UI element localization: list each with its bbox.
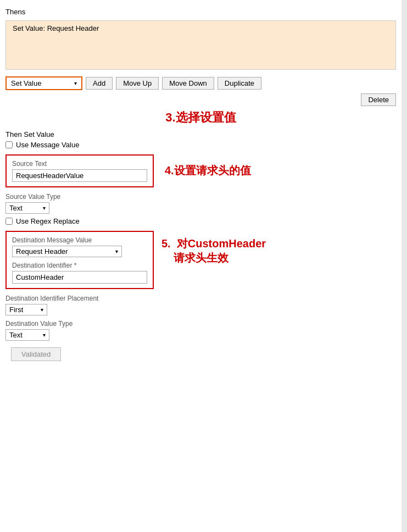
dest-placement-section: Destination Identifier Placement First ▾	[5, 295, 396, 315]
validated-button: Validated	[11, 347, 61, 361]
annotation-3: 3.选择设置值	[165, 109, 236, 126]
dest-msg-label: Destination Message Value	[12, 236, 147, 244]
dest-value-type-section: Destination Value Type Text ▾	[5, 320, 396, 341]
source-vt-arrow-icon: ▾	[43, 205, 46, 211]
dest-value-type-label: Destination Value Type	[5, 320, 396, 328]
toolbar-row: Set Value ▾ Add Move Up Move Down Duplic…	[0, 74, 402, 92]
duplicate-button[interactable]: Duplicate	[218, 77, 261, 90]
action-type-label: Set Value	[11, 79, 41, 87]
use-regex-label: Use Regex Replace	[16, 217, 80, 225]
dest-value-type-dropdown[interactable]: Text ▾	[5, 329, 49, 341]
source-value-type-label: Source Value Type	[5, 193, 396, 201]
annotation-5: 5. 对CustomHeader 请求头生效	[161, 236, 266, 265]
move-up-button[interactable]: Move Up	[116, 77, 159, 90]
source-value-type-value: Text	[9, 204, 23, 212]
use-message-value-checkbox[interactable]	[5, 141, 13, 148]
dest-placement-arrow-icon: ▾	[41, 307, 43, 313]
dest-msg-dropdown[interactable]: Request Header ▾	[12, 246, 122, 257]
thens-title: Thens	[0, 5, 402, 18]
source-text-input[interactable]	[12, 169, 147, 182]
dest-identifier-input[interactable]	[12, 271, 147, 284]
delete-button[interactable]: Delete	[361, 93, 396, 106]
dest-value-type-value: Text	[9, 331, 23, 339]
thens-box: Set Value: Request Header	[5, 20, 396, 70]
source-text-label: Source Text	[12, 160, 147, 168]
source-value-type-section: Source Value Type Text ▾	[5, 193, 396, 214]
dest-vt-arrow-icon: ▾	[43, 332, 46, 338]
destination-group: Destination Message Value Request Header…	[5, 231, 154, 289]
dest-msg-value: Request Header	[16, 247, 68, 256]
dest-placement-value: First	[9, 306, 23, 314]
dest-id-label: Destination Identifier *	[12, 262, 147, 269]
use-message-value-label: Use Message Value	[16, 141, 79, 149]
move-down-button[interactable]: Move Down	[162, 77, 214, 90]
source-value-type-dropdown[interactable]: Text ▾	[5, 202, 49, 214]
use-message-value-row: Use Message Value	[5, 141, 396, 149]
thens-item: Set Value: Request Header	[10, 23, 391, 34]
dest-placement-label: Destination Identifier Placement	[5, 295, 396, 302]
source-text-group: Source Text	[5, 154, 154, 187]
dest-msg-arrow-icon: ▾	[115, 248, 118, 254]
dest-placement-dropdown[interactable]: First ▾	[5, 304, 47, 315]
use-regex-checkbox[interactable]	[5, 218, 13, 225]
dest-identifier-section: Destination Identifier *	[12, 262, 147, 284]
dropdown-arrow-icon: ▾	[74, 80, 77, 86]
delete-row: Delete	[0, 92, 402, 108]
action-type-dropdown[interactable]: Set Value ▾	[5, 76, 82, 90]
then-set-value-section: Then Set Value Use Message Value Source …	[0, 128, 402, 367]
use-regex-row: Use Regex Replace	[5, 217, 396, 225]
then-set-value-label: Then Set Value	[5, 130, 396, 138]
add-button[interactable]: Add	[86, 77, 113, 90]
annotation-4: 4.设置请求头的值	[165, 163, 251, 178]
